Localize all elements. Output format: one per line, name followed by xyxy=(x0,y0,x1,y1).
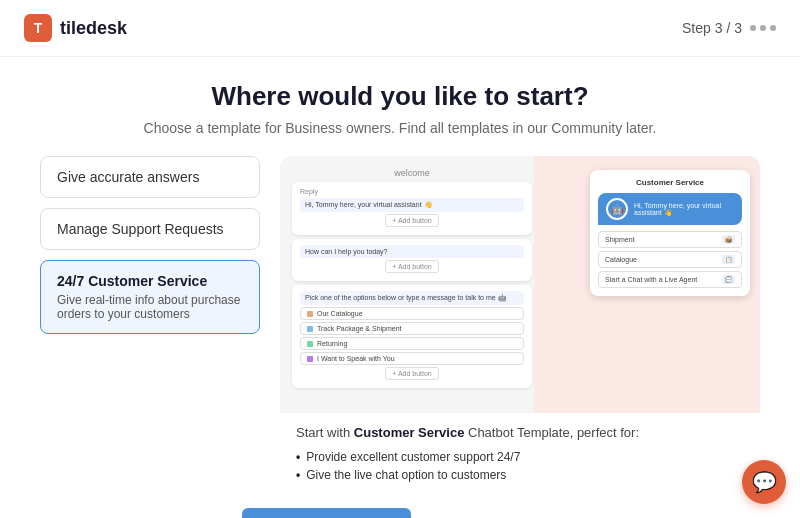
dot-2 xyxy=(760,25,766,31)
cs-bot-icon: 🤖 xyxy=(606,198,628,220)
logo-text: tiledesk xyxy=(60,18,127,39)
dot-3 xyxy=(770,25,776,31)
welcome-label: welcome xyxy=(292,168,532,178)
cs-tag-catalogue: 📋 xyxy=(722,255,735,264)
cs-tag-shipment: 📦 xyxy=(722,235,735,244)
desc-area: Start with Customer Service Chatbot Temp… xyxy=(280,413,760,496)
desc-bullet-1: Provide excellent customer support 24/7 xyxy=(296,448,744,466)
option-give-accurate[interactable]: Give accurate answers xyxy=(40,156,260,198)
option-manage-support[interactable]: Manage Support Requests xyxy=(40,208,260,250)
footer: IMPORT CHATBOT or Start from scratch xyxy=(40,496,760,518)
cs-tag-live: 💬 xyxy=(722,275,735,284)
flow-left: welcome Reply Hi, Tommy here, your virtu… xyxy=(280,156,544,413)
main-content: Where would you like to start? Choose a … xyxy=(0,57,800,518)
flow-message-3: Pick one of the options below or type a … xyxy=(300,291,524,305)
content-area: Give accurate answers Manage Support Req… xyxy=(40,156,760,496)
btn-icon-track xyxy=(307,326,313,332)
options-list: Give accurate answers Manage Support Req… xyxy=(40,156,260,496)
cs-card-title: Customer Service xyxy=(598,178,742,187)
btn-icon-speak xyxy=(307,356,313,362)
chat-fab-icon: 💬 xyxy=(752,470,777,494)
add-btn-1: + Add button xyxy=(385,214,439,227)
add-btn-2: + Add button xyxy=(385,260,439,273)
desc-text: Start with Customer Service Chatbot Temp… xyxy=(296,425,744,440)
flow-btn-catalogue: Our Catalogue xyxy=(300,307,524,320)
logo-icon: T xyxy=(24,14,52,42)
cs-option-catalogue: Catalogue 📋 xyxy=(598,251,742,268)
flow-right: Customer Service 🤖 Hi, Tommy here, your … xyxy=(534,156,760,413)
cs-options: Shipment 📦 Catalogue 📋 Start a Chat with… xyxy=(598,231,742,288)
flow-message-1: Hi, Tommy here, your virtual assistant 👋 xyxy=(300,198,524,212)
btn-icon-returning xyxy=(307,341,313,347)
desc-list: Provide excellent customer support 24/7 … xyxy=(296,448,744,484)
option-customer-service[interactable]: 24/7 Customer Service Give real-time inf… xyxy=(40,260,260,334)
header: T tiledesk Step 3 / 3 xyxy=(0,0,800,57)
flow-btn-returning: Returning xyxy=(300,337,524,350)
flow-box-options: Pick one of the options below or type a … xyxy=(292,285,532,388)
flow-btn-track: Track Package & Shipment xyxy=(300,322,524,335)
cs-option-shipment: Shipment 📦 xyxy=(598,231,742,248)
step-info: Step 3 / 3 xyxy=(682,20,776,36)
step-label: Step 3 / 3 xyxy=(682,20,742,36)
chat-fab-button[interactable]: 💬 xyxy=(742,460,786,504)
logo: T tiledesk xyxy=(24,14,127,42)
add-btn-3: + Add button xyxy=(385,367,439,380)
preview-area: welcome Reply Hi, Tommy here, your virtu… xyxy=(280,156,760,496)
flow-btn-speak: I Want to Speak with You xyxy=(300,352,524,365)
page-subtitle: Choose a template for Business owners. F… xyxy=(40,120,760,136)
flow-box-help: How can I help you today? + Add button xyxy=(292,239,532,281)
btn-icon-catalogue xyxy=(307,311,313,317)
cs-option-live-agent: Start a Chat with a Live Agent 💬 xyxy=(598,271,742,288)
page-title: Where would you like to start? xyxy=(40,81,760,112)
desc-bullet-2: Give the live chat option to customers xyxy=(296,466,744,484)
step-dots xyxy=(750,25,776,31)
flow-box-reply: Reply Hi, Tommy here, your virtual assis… xyxy=(292,182,532,235)
cs-card: Customer Service 🤖 Hi, Tommy here, your … xyxy=(590,170,750,296)
dot-1 xyxy=(750,25,756,31)
import-chatbot-button[interactable]: IMPORT CHATBOT xyxy=(242,508,411,518)
flow-message-2: How can I help you today? xyxy=(300,245,524,258)
flow-preview: welcome Reply Hi, Tommy here, your virtu… xyxy=(280,156,760,413)
cs-chat-bubble: 🤖 Hi, Tommy here, your virtual assistant… xyxy=(598,193,742,225)
